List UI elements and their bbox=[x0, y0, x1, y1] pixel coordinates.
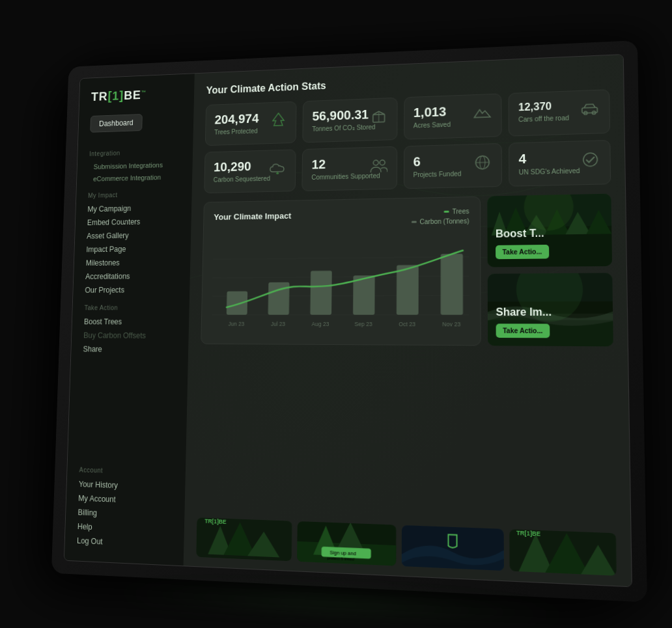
svg-point-8 bbox=[380, 159, 385, 165]
laptop-reflection bbox=[105, 582, 582, 627]
promo-cards: Boost T... Take Actio... bbox=[487, 193, 613, 346]
svg-rect-18 bbox=[268, 282, 290, 314]
sidebar-item-embed-counters[interactable]: Embed Counters bbox=[76, 213, 191, 229]
sidebar-item-asset-gallery[interactable]: Asset Gallery bbox=[75, 228, 191, 243]
svg-point-12 bbox=[583, 152, 598, 166]
people-icon bbox=[369, 156, 387, 174]
take-action-section: Take Action Boost Trees Buy Carbon Offse… bbox=[71, 304, 189, 357]
svg-text:Aug 23: Aug 23 bbox=[312, 320, 329, 327]
stat-card-projects: 6 Projects Funded bbox=[403, 143, 501, 188]
mountain-icon bbox=[473, 103, 492, 122]
svg-text:Jul 23: Jul 23 bbox=[271, 320, 286, 327]
stat-card-cars: 12,370 Cars off the road bbox=[508, 89, 610, 137]
svg-line-11 bbox=[475, 162, 489, 163]
promo-card-2-button[interactable]: Take Actio... bbox=[496, 323, 550, 338]
sidebar: TR[1]BE™ Dashboard Integration Submissio… bbox=[64, 74, 195, 566]
sidebar-item-buy-carbon-offsets[interactable]: Buy Carbon Offsets bbox=[72, 328, 189, 342]
stats-grid: 204,974 Trees Protected 56,900.31 Tonnes… bbox=[204, 89, 611, 193]
promo-card-1-button[interactable]: Take Actio... bbox=[496, 244, 549, 258]
dashboard-button[interactable]: Dashboard bbox=[90, 114, 142, 133]
stat-card-communities: 12 Communities Supported bbox=[302, 146, 397, 191]
account-section: Account Your History My Account Billing … bbox=[64, 453, 186, 552]
asset-thumb-2[interactable]: Sign up and protect 5 trees! bbox=[297, 521, 396, 566]
svg-text:Jun 23: Jun 23 bbox=[229, 320, 245, 327]
sdg-icon bbox=[580, 150, 600, 169]
sidebar-item-our-projects[interactable]: Our Projects bbox=[73, 282, 189, 297]
svg-text:Oct 23: Oct 23 bbox=[399, 320, 415, 327]
svg-line-16 bbox=[213, 256, 469, 259]
stat-card-trees-protected: 204,974 Trees Protected bbox=[205, 101, 297, 145]
promo-card-2-title: Share Im... bbox=[496, 306, 604, 318]
laptop-frame: TR[1]BE™ Dashboard Integration Submissio… bbox=[51, 40, 647, 602]
promo-card-share: Share Im... Take Actio... bbox=[488, 273, 613, 346]
chart-header: Your Climate Impact Trees Carbon (Tonnes… bbox=[214, 208, 469, 228]
sidebar-item-boost-trees[interactable]: Boost Trees bbox=[72, 314, 189, 328]
chart-legend: Trees Carbon (Tonnes) bbox=[411, 208, 469, 226]
tree-icon bbox=[270, 111, 287, 129]
sidebar-item-milestones[interactable]: Milestones bbox=[74, 255, 191, 270]
asset-thumb-3[interactable] bbox=[401, 525, 504, 570]
integration-section: Integration Submission Integrations eCom… bbox=[77, 147, 193, 185]
chart-title: Your Climate Impact bbox=[214, 211, 291, 222]
svg-rect-21 bbox=[397, 265, 419, 315]
stat-card-acres-saved: 1,013 Acres Saved bbox=[404, 93, 502, 139]
car-icon bbox=[580, 99, 600, 118]
sidebar-item-share[interactable]: Share bbox=[71, 342, 188, 356]
screen: TR[1]BE™ Dashboard Integration Submissio… bbox=[64, 53, 632, 586]
main-content: Your Climate Action Stats 204,974 Trees … bbox=[184, 55, 632, 586]
sidebar-item-impact-page[interactable]: Impact Page bbox=[74, 241, 191, 256]
svg-line-14 bbox=[212, 295, 469, 295]
globe-icon bbox=[473, 153, 492, 172]
svg-marker-0 bbox=[273, 113, 284, 126]
section-label-take-action: Take Action bbox=[72, 304, 189, 314]
sidebar-item-accreditations[interactable]: Accreditations bbox=[74, 269, 190, 283]
asset-thumb-1[interactable]: TR[1]BE bbox=[196, 517, 292, 561]
chart-area: Jun 23 Jul 23 Aug 23 Sep 23 Oct 23 Nov 2… bbox=[212, 231, 469, 334]
legend-trees: Trees bbox=[443, 208, 469, 215]
my-impact-section: My Impact My Campaign Embed Counters Ass… bbox=[73, 189, 192, 297]
svg-rect-22 bbox=[441, 253, 463, 314]
cloud-icon bbox=[269, 159, 287, 177]
svg-point-7 bbox=[373, 160, 378, 165]
stat-card-sdg: 4 UN SDG's Achieved bbox=[509, 139, 611, 186]
promo-card-boost-trees: Boost T... Take Actio... bbox=[487, 193, 612, 267]
svg-line-15 bbox=[212, 276, 469, 278]
sidebar-item-my-campaign[interactable]: My Campaign bbox=[76, 200, 191, 216]
box-icon bbox=[369, 107, 387, 125]
stat-card-carbon: 10,290 Carbon Sequestered bbox=[204, 149, 296, 193]
content-area: Your Climate Action Stats 204,974 Trees … bbox=[184, 55, 630, 534]
bottom-row: Your Climate Impact Trees Carbon (Tonnes… bbox=[201, 193, 613, 346]
svg-text:protect 5 trees!: protect 5 trees! bbox=[327, 556, 355, 561]
stat-card-co2-stored: 56,900.31 Tonnes Of CO₂ Stored bbox=[303, 97, 398, 143]
promo-card-1-content: Boost T... Take Actio... bbox=[487, 193, 612, 267]
promo-card-2-content: Share Im... Take Actio... bbox=[488, 273, 613, 346]
chart-card: Your Climate Impact Trees Carbon (Tonnes… bbox=[201, 196, 481, 346]
svg-text:Nov 23: Nov 23 bbox=[442, 321, 460, 328]
legend-carbon: Carbon (Tonnes) bbox=[411, 217, 469, 225]
promo-card-1-title: Boost T... bbox=[496, 226, 604, 239]
app-logo: TR[1]BE™ bbox=[79, 85, 194, 116]
svg-rect-19 bbox=[310, 270, 331, 314]
asset-thumb-4[interactable]: TR[1]BE bbox=[510, 529, 617, 576]
svg-text:Sep 23: Sep 23 bbox=[355, 320, 373, 327]
